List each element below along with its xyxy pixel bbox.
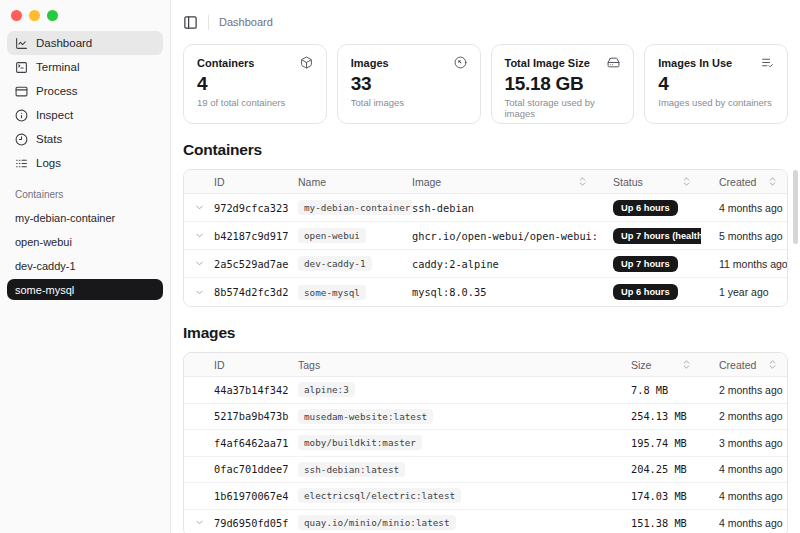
- image-row[interactable]: 1b61970067e4electricsql/electric:latest1…: [184, 483, 787, 510]
- col-header-id: ID: [214, 176, 298, 188]
- status-badge: Up 7 hours (healthy): [613, 228, 701, 244]
- close-window-button[interactable]: [11, 10, 22, 21]
- images-table: ID Tags Size Created 44a37b14f342alpine:…: [183, 352, 788, 533]
- zoom-window-button[interactable]: [47, 10, 58, 21]
- image-row[interactable]: 79d6950fd05fquay.io/minio/minio:latest15…: [184, 510, 787, 533]
- sidebar: Dashboard Terminal Process Inspect Stats…: [0, 0, 171, 533]
- container-name-badge: some-mysql: [298, 285, 366, 300]
- stat-cards: Containers 4 19 of total containers Imag…: [183, 44, 788, 124]
- container-row[interactable]: 972d9cfca323my-debian-containerssh-debia…: [184, 194, 787, 222]
- container-created: 11 months ago: [701, 258, 787, 270]
- image-created: 2 months ago: [701, 410, 787, 422]
- chevron-down-icon[interactable]: [184, 287, 214, 298]
- images-table-header: ID Tags Size Created: [184, 353, 787, 377]
- terminal-icon: [15, 61, 28, 74]
- col-header-created[interactable]: Created: [701, 176, 787, 188]
- card-title: Total Image Size: [505, 57, 590, 69]
- scrollbar-thumb[interactable]: [793, 170, 798, 244]
- col-header-size[interactable]: Size: [615, 359, 701, 371]
- app-window: Dashboard Terminal Process Inspect Stats…: [0, 0, 800, 533]
- container-row[interactable]: b42187c9d917open-webuighcr.io/open-webui…: [184, 222, 787, 250]
- card-value: 4: [658, 73, 774, 95]
- containers-section-title: Containers: [183, 141, 788, 159]
- sidebar-container-item[interactable]: open-webui: [7, 230, 163, 254]
- sidebar-item-inspect[interactable]: Inspect: [7, 103, 163, 127]
- container-image: ssh-debian: [412, 202, 597, 214]
- container-id: 972d9cfca323: [214, 202, 298, 214]
- image-created: 2 months ago: [701, 384, 787, 396]
- sort-icon[interactable]: [681, 359, 692, 370]
- chevron-down-icon[interactable]: [184, 517, 214, 528]
- chart-line-icon: [15, 37, 28, 50]
- container-name-cell: my-debian-container: [298, 200, 412, 215]
- image-id: 44a37b14f342: [214, 384, 298, 396]
- image-tag-badge: electricsql/electric:latest: [298, 488, 461, 503]
- container-status-cell: Up 6 hours: [597, 200, 701, 216]
- sort-icon[interactable]: [767, 359, 778, 370]
- sort-icon[interactable]: [577, 176, 588, 187]
- chevron-down-icon[interactable]: [184, 202, 214, 213]
- logs-icon: [15, 157, 28, 170]
- col-header-id: ID: [214, 359, 298, 371]
- sidebar-item-stats[interactable]: Stats: [7, 127, 163, 151]
- container-name-badge: my-debian-container: [298, 200, 412, 215]
- image-row[interactable]: 44a37b14f342alpine:37.8 MB2 months ago: [184, 377, 787, 404]
- container-name-badge: open-webui: [298, 228, 366, 243]
- sidebar-item-process[interactable]: Process: [7, 79, 163, 103]
- sort-icon[interactable]: [767, 176, 778, 187]
- col-header-created[interactable]: Created: [701, 359, 787, 371]
- container-row[interactable]: 8b574d2fc3d2some-mysqlmysql:8.0.35Up 6 h…: [184, 278, 787, 306]
- stat-card-containers: Containers 4 19 of total containers: [183, 44, 327, 124]
- container-created: 1 year ago: [701, 286, 787, 298]
- chevron-down-icon: [184, 464, 214, 475]
- window-controls: [7, 8, 163, 31]
- container-id: 2a5c529ad7ae: [214, 258, 298, 270]
- card-title: Images In Use: [658, 57, 732, 69]
- chevron-down-icon: [184, 411, 214, 422]
- chevron-down-icon[interactable]: [184, 258, 214, 269]
- image-size: 254.13 MB: [615, 410, 701, 422]
- sidebar-container-item[interactable]: dev-caddy-1: [7, 254, 163, 278]
- sidebar-section-label: Containers: [7, 175, 163, 206]
- image-row[interactable]: f4af6462aa71moby/buildkit:master195.74 M…: [184, 430, 787, 457]
- container-id: 8b574d2fc3d2: [214, 286, 298, 298]
- container-status-cell: Up 7 hours (healthy): [597, 228, 701, 244]
- status-badge: Up 7 hours: [613, 256, 678, 272]
- stat-card-images-in-use: Images In Use 4 Images used by container…: [644, 44, 788, 124]
- image-tag-cell: musedam-website:latest: [298, 409, 615, 424]
- image-created: 4 months ago: [701, 517, 787, 529]
- card-subtitle: Total images: [351, 97, 467, 108]
- card-value: 33: [351, 73, 467, 95]
- image-tag-badge: moby/buildkit:master: [298, 435, 422, 450]
- image-size: 151.38 MB: [615, 517, 701, 529]
- containers-table-header: ID Name Image Status Created: [184, 170, 787, 194]
- container-row[interactable]: 2a5c529ad7aedev-caddy-1caddy:2-alpineUp …: [184, 250, 787, 278]
- sidebar-container-item[interactable]: some-mysql: [7, 279, 163, 300]
- chevron-down-icon[interactable]: [184, 230, 214, 241]
- sidebar-item-terminal[interactable]: Terminal: [7, 55, 163, 79]
- sidebar-item-label: Terminal: [36, 61, 79, 73]
- image-row[interactable]: 0fac701ddee7ssh-debian:latest204.25 MB4 …: [184, 457, 787, 484]
- hard-drive-icon: [607, 56, 620, 69]
- list-check-icon: [761, 56, 774, 69]
- panel-left-toggle-icon[interactable]: [183, 15, 198, 30]
- sidebar-item-logs[interactable]: Logs: [7, 151, 163, 175]
- col-header-image[interactable]: Image: [412, 176, 597, 188]
- container-id: b42187c9d917: [214, 230, 298, 242]
- minimize-window-button[interactable]: [29, 10, 40, 21]
- stat-card-images: Images 33 Total images: [337, 44, 481, 124]
- status-badge: Up 6 hours: [613, 200, 678, 216]
- col-header-status[interactable]: Status: [597, 176, 701, 188]
- sidebar-container-item[interactable]: my-debian-container: [7, 206, 163, 230]
- image-size: 7.8 MB: [615, 384, 701, 396]
- sidebar-item-label: Stats: [36, 133, 62, 145]
- sidebar-container-list: my-debian-containeropen-webuidev-caddy-1…: [7, 206, 163, 300]
- image-row[interactable]: 5217ba9b473bmusedam-website:latest254.13…: [184, 404, 787, 431]
- image-id: 5217ba9b473b: [214, 410, 298, 422]
- container-status-cell: Up 6 hours: [597, 284, 701, 300]
- image-tag-cell: quay.io/minio/minio:latest: [298, 515, 615, 530]
- sort-icon[interactable]: [681, 176, 692, 187]
- container-created: 4 months ago: [701, 202, 787, 214]
- image-id: 1b61970067e4: [214, 490, 298, 502]
- sidebar-item-dashboard[interactable]: Dashboard: [7, 31, 163, 55]
